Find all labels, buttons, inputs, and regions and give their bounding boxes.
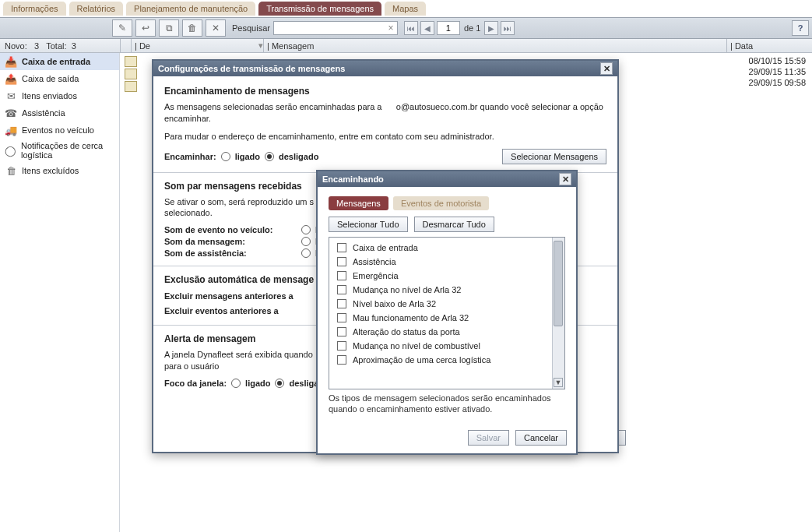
tab-reports[interactable]: Relatórios — [69, 2, 124, 16]
forward-label: Encaminhar: — [164, 152, 216, 161]
forward-on-radio[interactable] — [221, 152, 230, 161]
pager-next-icon[interactable]: ▶ — [484, 21, 498, 35]
msg-date: 08/10/15 15:59 — [749, 56, 806, 65]
sidebar-item-trash[interactable]: 🗑Itens excluídos — [0, 162, 119, 179]
sound-assist-radio[interactable] — [301, 248, 311, 258]
checkbox[interactable] — [337, 285, 346, 294]
sound-vehicle-radio[interactable] — [301, 225, 311, 234]
msg-date: 29/09/15 09:58 — [749, 78, 806, 87]
dlg2-title-text: Encaminhando — [322, 174, 384, 184]
dlg1-close-icon[interactable]: ✕ — [600, 62, 613, 75]
mail-icon — [125, 81, 137, 92]
tab-info[interactable]: Informações — [3, 2, 66, 16]
checkbox[interactable] — [337, 313, 346, 322]
sidebar-item-label: Itens excluídos — [22, 166, 79, 175]
mail-icon — [125, 56, 137, 67]
novo-label: Novo: — [5, 41, 27, 51]
sidebar-item-assist[interactable]: ☎Assistência — [0, 104, 119, 122]
scroll-down-icon[interactable]: ▼ — [554, 378, 563, 387]
save-button[interactable]: Salvar — [468, 430, 509, 446]
checkbox[interactable] — [337, 341, 346, 351]
outbox-icon: 📤 — [5, 72, 17, 85]
col-from[interactable]: | De▾ — [131, 39, 263, 52]
toolbar-reply-icon[interactable]: ↩ — [135, 19, 156, 37]
columns-header: Novo: 3 Total: 3 | De▾ | Mensagem | Data — [0, 39, 812, 53]
deselect-all-button[interactable]: Desmarcar Tudo — [414, 217, 494, 232]
toolbar-settings-icon[interactable]: ✕ — [206, 19, 226, 37]
sidebar-item-inbox[interactable]: 📥Caixa de entrada — [0, 53, 119, 70]
sidebar: 📥Caixa de entrada 📤Caixa de saída ✉Itens… — [0, 53, 120, 532]
dlg2-titlebar: Encaminhando ✕ — [318, 171, 576, 187]
toolbar-delete-icon[interactable]: 🗑 — [182, 19, 202, 37]
list-item[interactable]: Assistência — [329, 255, 564, 269]
list-item[interactable]: Mau funcionamento de Arla 32 — [329, 311, 564, 325]
pager-first-icon[interactable]: ⏮ — [404, 21, 418, 35]
sidebar-item-sent[interactable]: ✉Itens enviados — [0, 87, 119, 104]
toolbar-copy-icon[interactable]: ⧉ — [159, 19, 179, 37]
novo-count: 3 — [34, 41, 39, 51]
cancel-button[interactable]: Cancelar — [515, 430, 567, 446]
pager-prev-icon[interactable]: ◀ — [420, 21, 434, 35]
help-icon[interactable]: ? — [792, 20, 809, 36]
pager-page-input[interactable] — [437, 21, 460, 35]
truck-icon: 🚚 — [5, 124, 17, 136]
focus-label: Foco da janela: — [164, 379, 227, 388]
focus-off-radio[interactable] — [275, 379, 284, 388]
checkbox[interactable] — [337, 257, 346, 266]
list-item[interactable]: Mudança no nível de combustível — [329, 339, 564, 353]
pager-of-label: de 1 — [464, 23, 480, 33]
forwarding-dialog: Encaminhando ✕ Mensagens Eventos de moto… — [316, 170, 578, 455]
list-item[interactable]: Emergência — [329, 269, 564, 283]
sidebar-item-label: Assistência — [22, 108, 65, 118]
sound-msg-radio[interactable] — [301, 237, 311, 246]
checkbox[interactable] — [337, 243, 346, 252]
col-date[interactable]: | Data — [726, 39, 812, 52]
forwarding-hint: Os tipos de mensagem selecionados serão … — [329, 393, 565, 415]
sidebar-item-label: Itens enviados — [22, 91, 77, 100]
checkbox[interactable] — [337, 327, 346, 336]
top-tabs: Informações Relatórios Planejamento de m… — [0, 0, 812, 17]
sidebar-item-label: Eventos no veículo — [22, 125, 94, 135]
list-item[interactable]: Aproximação de uma cerca logística — [329, 353, 564, 367]
list-item[interactable]: Alteração do status da porta — [329, 325, 564, 339]
list-item[interactable]: Nível baixo de Arla 32 — [329, 297, 564, 311]
list-item[interactable]: Mudança no nível de Arla 32 — [329, 283, 564, 297]
list-scrollbar[interactable]: ▼ — [552, 238, 564, 389]
sidebar-item-outbox[interactable]: 📤Caixa de saída — [0, 70, 119, 87]
col-message[interactable]: | Mensagem — [263, 39, 726, 52]
sent-icon: ✉ — [5, 90, 17, 102]
total-label: Total: — [46, 41, 66, 51]
toolbar-new-icon[interactable]: ✎ — [112, 19, 132, 37]
tab-maintenance[interactable]: Planejamento de manutenção — [126, 2, 255, 16]
checkbox[interactable] — [337, 271, 346, 280]
sidebar-item-geofence[interactable]: ◯Notificações de cerca logística — [0, 139, 119, 162]
list-item[interactable]: Caixa de entrada — [329, 241, 564, 255]
search-clear-icon[interactable]: × — [385, 23, 396, 33]
total-count: 3 — [72, 41, 76, 51]
select-all-button[interactable]: Selecionar Tudo — [329, 217, 408, 232]
tab-maps[interactable]: Mapas — [385, 2, 426, 16]
message-types-list: Caixa de entrada Assistência Emergência … — [329, 237, 565, 389]
checkbox[interactable] — [337, 299, 346, 308]
sidebar-item-label: Caixa de saída — [22, 74, 79, 83]
forward-off-radio[interactable] — [265, 152, 274, 161]
search-input[interactable] — [273, 21, 398, 35]
section-forwarding: Encaminhamento de mensagens — [164, 86, 606, 97]
tab-messaging[interactable]: Transmissão de mensagens — [258, 2, 381, 16]
scroll-thumb[interactable] — [554, 241, 563, 326]
select-messages-button[interactable]: Selecionar Mensagens — [502, 149, 606, 164]
dlg1-titlebar: Configurações de transmissão de mensagen… — [153, 61, 617, 76]
tab-messages[interactable]: Mensagens — [329, 196, 388, 210]
toolbar: ✎ ↩ ⧉ 🗑 ✕ Pesquisar × ⏮ ◀ de 1 ▶ ⏭ ? — [0, 17, 812, 39]
focus-on-radio[interactable] — [231, 379, 241, 388]
tab-driver-events[interactable]: Eventos de motorista — [393, 196, 489, 210]
sidebar-item-vehicle[interactable]: 🚚Eventos no veículo — [0, 122, 119, 139]
dlg1-title-text: Configurações de transmissão de mensagen… — [158, 64, 345, 73]
dlg2-close-icon[interactable]: ✕ — [559, 173, 571, 185]
trash-icon: 🗑 — [5, 164, 17, 177]
pager: ⏮ ◀ de 1 ▶ ⏭ — [404, 21, 515, 35]
checkbox[interactable] — [337, 355, 346, 365]
pager-last-icon[interactable]: ⏭ — [501, 21, 515, 35]
forwarding-text2: Para mudar o endereço de encaminhamento,… — [164, 131, 606, 143]
search-label: Pesquisar — [232, 23, 270, 33]
